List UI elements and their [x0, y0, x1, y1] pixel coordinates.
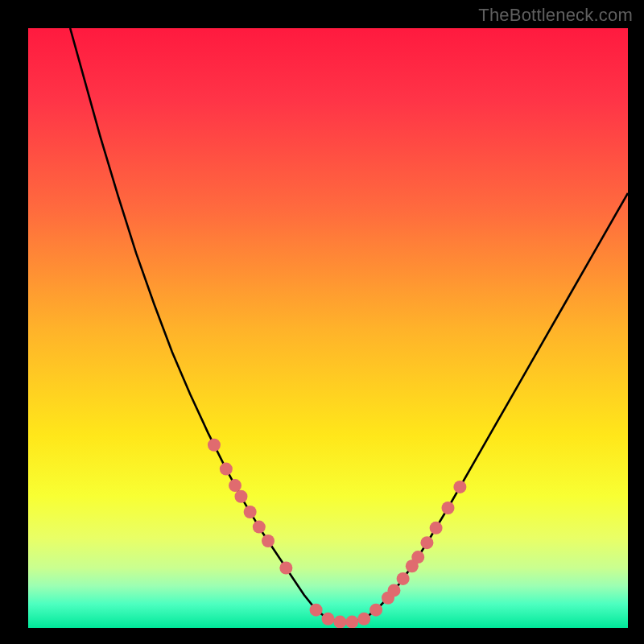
scatter-point — [220, 463, 233, 476]
scatter-point — [397, 572, 410, 585]
scatter-point — [387, 584, 400, 597]
scatter-point — [253, 521, 266, 534]
scatter-point — [262, 535, 275, 547]
scatter-point — [420, 536, 433, 549]
scatter-point — [453, 481, 466, 493]
scatter-point — [430, 522, 443, 535]
scatter-point — [345, 616, 358, 628]
scatter-point — [234, 490, 247, 503]
scatter-point — [208, 439, 221, 452]
scatter-markers — [208, 439, 466, 628]
scatter-point — [310, 604, 323, 617]
scatter-point — [244, 506, 257, 518]
scatter-point — [229, 479, 242, 492]
plot-area — [28, 28, 628, 628]
scatter-point — [369, 604, 382, 617]
scatter-point — [411, 551, 424, 564]
scatter-point — [357, 613, 370, 625]
bottleneck-curve — [70, 28, 628, 622]
scatter-point — [322, 613, 335, 625]
scatter-point — [279, 562, 292, 575]
watermark-text: TheBottleneck.com — [478, 5, 633, 26]
scatter-point — [442, 502, 455, 514]
scatter-point — [333, 616, 346, 628]
chart-frame: TheBottleneck.com — [0, 0, 644, 644]
curve-layer — [28, 28, 628, 628]
